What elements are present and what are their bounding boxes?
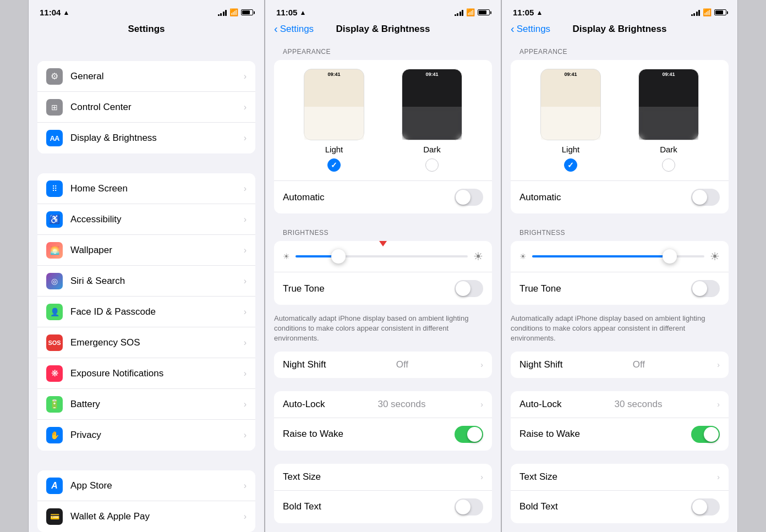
settings-row-home-screen[interactable]: ⠿ Home Screen › bbox=[37, 173, 255, 204]
automatic-knob-2 bbox=[456, 190, 470, 205]
db-content-2: APPEARANCE 09:41 Light ✓ bbox=[265, 41, 501, 532]
display-chevron: › bbox=[244, 133, 247, 143]
brightness-slider-3[interactable]: ☀ ☀ bbox=[519, 250, 720, 263]
auto-lock-card-3: Auto-Lock 30 seconds › Raise to Wake bbox=[511, 391, 729, 451]
automatic-toggle-2[interactable] bbox=[455, 189, 483, 206]
brightness-slider-section-3: ☀ ☀ bbox=[511, 241, 729, 272]
settings-header: Settings bbox=[29, 21, 264, 41]
back-button-2[interactable]: ‹ Settings bbox=[274, 24, 314, 35]
night-shift-row-3[interactable]: Night Shift Off › bbox=[511, 352, 729, 378]
light-mode-option-3[interactable]: 09:41 Light ✓ bbox=[540, 69, 601, 172]
app-store-icon: A bbox=[46, 478, 63, 494]
siri-chevron: › bbox=[244, 276, 247, 286]
location-icon-1: ▲ bbox=[63, 9, 69, 17]
slider-thumb-3[interactable] bbox=[663, 249, 677, 264]
settings-row-privacy[interactable]: ✋ Privacy › bbox=[37, 420, 255, 451]
true-tone-knob-3 bbox=[692, 281, 707, 296]
battery-icon-2 bbox=[478, 9, 490, 15]
bold-text-label-2: Bold Text bbox=[283, 501, 321, 512]
auto-lock-row-3[interactable]: Auto-Lock 30 seconds › bbox=[511, 391, 729, 418]
night-shift-label-2: Night Shift bbox=[283, 359, 326, 370]
appearance-section-label-3: APPEARANCE bbox=[502, 41, 737, 60]
settings-row-exposure[interactable]: ❋ Exposure Notifications › bbox=[37, 358, 255, 389]
home-screen-label: Home Screen bbox=[70, 183, 244, 194]
sun-large-icon-3: ☀ bbox=[710, 250, 720, 263]
settings-row-face-id[interactable]: 👤 Face ID & Passcode › bbox=[37, 297, 255, 327]
light-preview-3: 09:41 bbox=[540, 69, 601, 140]
night-shift-row-2[interactable]: Night Shift Off › bbox=[274, 352, 492, 378]
settings-row-control-center[interactable]: ⊞ Control Center › bbox=[37, 92, 255, 123]
light-radio-2[interactable]: ✓ bbox=[327, 158, 341, 172]
appearance-section-label-2: APPEARANCE bbox=[265, 41, 501, 60]
true-tone-info-2: Automatically adapt iPhone display based… bbox=[265, 309, 501, 352]
settings-group-2: ⠿ Home Screen › ♿ Accessibility › 🌅 bbox=[37, 173, 255, 451]
true-tone-toggle-2[interactable] bbox=[455, 280, 483, 297]
night-shift-chevron-3: › bbox=[717, 360, 720, 369]
text-size-card-3: Text Size › Bold Text bbox=[511, 464, 729, 523]
settings-row-general[interactable]: ⚙ General › bbox=[37, 61, 255, 92]
face-id-label: Face ID & Passcode bbox=[70, 306, 244, 317]
light-radio-3[interactable]: ✓ bbox=[564, 158, 577, 172]
brightness-slider-2[interactable]: ☀ ☀ bbox=[283, 250, 483, 263]
settings-row-display[interactable]: AA Display & Brightness › bbox=[37, 123, 255, 153]
bold-text-row-2: Bold Text bbox=[274, 490, 492, 523]
exposure-chevron: › bbox=[244, 369, 247, 379]
auto-lock-chevron-2: › bbox=[480, 400, 483, 409]
control-center-label: Control Center bbox=[70, 102, 244, 113]
back-button-3[interactable]: ‹ Settings bbox=[511, 24, 550, 35]
wallet-chevron: › bbox=[244, 512, 247, 522]
text-size-row-3[interactable]: Text Size › bbox=[511, 464, 729, 490]
settings-row-emergency-sos[interactable]: SOS Emergency SOS › bbox=[37, 327, 255, 358]
general-label: General bbox=[70, 71, 244, 82]
automatic-toggle-3[interactable] bbox=[691, 189, 720, 206]
general-chevron: › bbox=[244, 72, 247, 81]
auto-lock-value-3: 30 seconds bbox=[614, 399, 662, 410]
privacy-label: Privacy bbox=[70, 430, 244, 441]
bold-text-knob-3 bbox=[692, 500, 707, 514]
settings-row-siri[interactable]: ◎ Siri & Search › bbox=[37, 266, 255, 297]
dark-radio-2[interactable] bbox=[425, 158, 439, 172]
raise-to-wake-toggle-3[interactable] bbox=[691, 426, 720, 443]
status-icons-2: 📶 bbox=[455, 8, 490, 17]
face-id-icon: 👤 bbox=[46, 304, 63, 320]
bold-text-toggle-2[interactable] bbox=[455, 498, 483, 515]
text-size-label-2: Text Size bbox=[283, 471, 321, 482]
bold-text-label-3: Bold Text bbox=[519, 501, 558, 512]
raise-to-wake-knob-2 bbox=[467, 427, 482, 442]
settings-row-accessibility[interactable]: ♿ Accessibility › bbox=[37, 204, 255, 235]
wifi-icon-1: 📶 bbox=[229, 8, 238, 17]
settings-row-wallet[interactable]: 💳 Wallet & Apple Pay › bbox=[37, 501, 255, 532]
wallet-icon: 💳 bbox=[46, 508, 63, 525]
status-bar-2: 11:05 ▲ 📶 bbox=[265, 0, 501, 21]
settings-title: Settings bbox=[128, 24, 165, 35]
slider-thumb-2[interactable] bbox=[331, 249, 346, 264]
settings-group-1: ⚙ General › ⊞ Control Center › AA Displa… bbox=[37, 61, 255, 153]
raise-to-wake-label-2: Raise to Wake bbox=[283, 429, 343, 440]
true-tone-toggle-3[interactable] bbox=[691, 280, 720, 297]
night-shift-card-2: Night Shift Off › bbox=[274, 352, 492, 378]
dark-radio-3[interactable] bbox=[662, 158, 675, 172]
settings-row-wallpaper[interactable]: 🌅 Wallpaper › bbox=[37, 235, 255, 266]
light-mode-option-2[interactable]: 09:41 Light ✓ bbox=[304, 69, 364, 172]
slider-track-2 bbox=[296, 255, 468, 257]
dark-mode-option-3[interactable]: 09:41 Dark bbox=[638, 69, 699, 172]
appearance-card-2: 09:41 Light ✓ 09:41 bbox=[274, 60, 492, 213]
settings-row-battery[interactable]: 🔋 Battery › bbox=[37, 389, 255, 420]
wallpaper-icon: 🌅 bbox=[46, 242, 63, 259]
auto-lock-row-2[interactable]: Auto-Lock 30 seconds › bbox=[274, 391, 492, 418]
settings-list[interactable]: ⚙ General › ⊞ Control Center › AA Displa… bbox=[29, 41, 264, 532]
home-screen-icon: ⠿ bbox=[46, 180, 63, 197]
bold-text-toggle-3[interactable] bbox=[691, 498, 720, 515]
emergency-sos-label: Emergency SOS bbox=[70, 337, 244, 348]
text-size-row-2[interactable]: Text Size › bbox=[274, 464, 492, 490]
raise-to-wake-row-2: Raise to Wake bbox=[274, 418, 492, 451]
dark-mode-option-2[interactable]: 09:41 Dark bbox=[402, 69, 462, 172]
settings-row-app-store[interactable]: A App Store › bbox=[37, 470, 255, 501]
auto-lock-chevron-3: › bbox=[717, 400, 720, 409]
accessibility-label: Accessibility bbox=[70, 214, 244, 225]
raise-to-wake-toggle-2[interactable] bbox=[455, 426, 483, 443]
slider-fill-3 bbox=[532, 255, 670, 257]
phone-1: 11:04 ▲ 📶 Settings bbox=[28, 0, 265, 532]
night-shift-value-2: Off bbox=[396, 359, 408, 370]
bold-text-knob-2 bbox=[456, 500, 470, 514]
